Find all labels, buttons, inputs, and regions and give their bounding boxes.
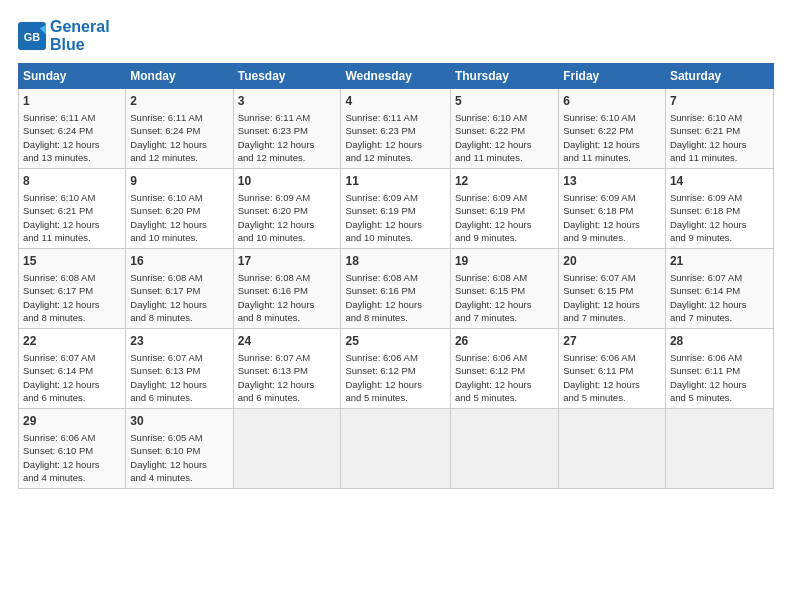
day-info: and 6 minutes. xyxy=(23,391,121,404)
day-info: and 5 minutes. xyxy=(455,391,554,404)
day-number: 29 xyxy=(23,413,121,430)
day-info: and 13 minutes. xyxy=(23,151,121,164)
calendar-cell: 2Sunrise: 6:11 AMSunset: 6:24 PMDaylight… xyxy=(126,89,233,169)
day-info: Sunrise: 6:07 AM xyxy=(130,351,228,364)
day-info: Sunset: 6:13 PM xyxy=(238,364,337,377)
day-info: Sunrise: 6:08 AM xyxy=(455,271,554,284)
day-info: Sunset: 6:16 PM xyxy=(345,284,445,297)
col-wednesday: Wednesday xyxy=(341,64,450,89)
calendar-cell: 23Sunrise: 6:07 AMSunset: 6:13 PMDayligh… xyxy=(126,329,233,409)
day-info: Daylight: 12 hours xyxy=(345,298,445,311)
day-info: and 12 minutes. xyxy=(130,151,228,164)
day-info: and 9 minutes. xyxy=(563,231,661,244)
table-row: 29Sunrise: 6:06 AMSunset: 6:10 PMDayligh… xyxy=(19,409,774,489)
day-number: 12 xyxy=(455,173,554,190)
day-info: and 10 minutes. xyxy=(238,231,337,244)
col-tuesday: Tuesday xyxy=(233,64,341,89)
day-number: 18 xyxy=(345,253,445,270)
calendar-cell: 25Sunrise: 6:06 AMSunset: 6:12 PMDayligh… xyxy=(341,329,450,409)
calendar-cell: 5Sunrise: 6:10 AMSunset: 6:22 PMDaylight… xyxy=(450,89,558,169)
day-info: Sunrise: 6:08 AM xyxy=(23,271,121,284)
day-number: 14 xyxy=(670,173,769,190)
day-info: Daylight: 12 hours xyxy=(130,218,228,231)
day-info: and 6 minutes. xyxy=(130,391,228,404)
calendar-cell: 11Sunrise: 6:09 AMSunset: 6:19 PMDayligh… xyxy=(341,169,450,249)
day-number: 30 xyxy=(130,413,228,430)
calendar-cell: 30Sunrise: 6:05 AMSunset: 6:10 PMDayligh… xyxy=(126,409,233,489)
day-info: Daylight: 12 hours xyxy=(670,218,769,231)
day-info: Daylight: 12 hours xyxy=(563,218,661,231)
day-info: Daylight: 12 hours xyxy=(345,218,445,231)
day-info: Sunrise: 6:08 AM xyxy=(130,271,228,284)
day-info: Daylight: 12 hours xyxy=(130,298,228,311)
calendar-cell: 15Sunrise: 6:08 AMSunset: 6:17 PMDayligh… xyxy=(19,249,126,329)
day-info: and 8 minutes. xyxy=(130,311,228,324)
day-info: Daylight: 12 hours xyxy=(455,218,554,231)
calendar-cell: 17Sunrise: 6:08 AMSunset: 6:16 PMDayligh… xyxy=(233,249,341,329)
table-row: 8Sunrise: 6:10 AMSunset: 6:21 PMDaylight… xyxy=(19,169,774,249)
day-number: 22 xyxy=(23,333,121,350)
day-info: Sunset: 6:20 PM xyxy=(238,204,337,217)
calendar-table: Sunday Monday Tuesday Wednesday Thursday… xyxy=(18,63,774,489)
day-number: 27 xyxy=(563,333,661,350)
calendar-cell: 13Sunrise: 6:09 AMSunset: 6:18 PMDayligh… xyxy=(559,169,666,249)
calendar-cell: 10Sunrise: 6:09 AMSunset: 6:20 PMDayligh… xyxy=(233,169,341,249)
day-info: and 11 minutes. xyxy=(670,151,769,164)
day-number: 15 xyxy=(23,253,121,270)
day-number: 6 xyxy=(563,93,661,110)
day-info: Sunrise: 6:05 AM xyxy=(130,431,228,444)
day-number: 19 xyxy=(455,253,554,270)
day-info: Daylight: 12 hours xyxy=(455,298,554,311)
day-info: Daylight: 12 hours xyxy=(238,138,337,151)
logo-text-blue: Blue xyxy=(50,36,110,54)
calendar-cell: 18Sunrise: 6:08 AMSunset: 6:16 PMDayligh… xyxy=(341,249,450,329)
calendar-cell: 26Sunrise: 6:06 AMSunset: 6:12 PMDayligh… xyxy=(450,329,558,409)
day-info: Daylight: 12 hours xyxy=(238,218,337,231)
day-number: 28 xyxy=(670,333,769,350)
day-info: and 7 minutes. xyxy=(670,311,769,324)
calendar-cell: 24Sunrise: 6:07 AMSunset: 6:13 PMDayligh… xyxy=(233,329,341,409)
day-info: Sunset: 6:23 PM xyxy=(345,124,445,137)
calendar-cell: 22Sunrise: 6:07 AMSunset: 6:14 PMDayligh… xyxy=(19,329,126,409)
day-info: and 7 minutes. xyxy=(455,311,554,324)
day-info: Daylight: 12 hours xyxy=(23,138,121,151)
day-info: and 11 minutes. xyxy=(563,151,661,164)
day-info: Sunrise: 6:10 AM xyxy=(670,111,769,124)
day-info: Sunset: 6:11 PM xyxy=(563,364,661,377)
logo-icon: GB xyxy=(18,22,46,50)
day-info: Sunrise: 6:11 AM xyxy=(130,111,228,124)
day-info: Daylight: 12 hours xyxy=(670,138,769,151)
day-info: Daylight: 12 hours xyxy=(345,138,445,151)
day-number: 2 xyxy=(130,93,228,110)
day-info: Sunrise: 6:07 AM xyxy=(238,351,337,364)
day-info: Sunrise: 6:06 AM xyxy=(23,431,121,444)
logo-text-general: General xyxy=(50,18,110,36)
col-sunday: Sunday xyxy=(19,64,126,89)
day-number: 8 xyxy=(23,173,121,190)
day-info: and 12 minutes. xyxy=(345,151,445,164)
day-info: and 12 minutes. xyxy=(238,151,337,164)
calendar-cell: 4Sunrise: 6:11 AMSunset: 6:23 PMDaylight… xyxy=(341,89,450,169)
calendar-cell: 21Sunrise: 6:07 AMSunset: 6:14 PMDayligh… xyxy=(665,249,773,329)
day-info: Sunrise: 6:08 AM xyxy=(238,271,337,284)
day-info: and 5 minutes. xyxy=(670,391,769,404)
day-info: Sunrise: 6:10 AM xyxy=(130,191,228,204)
day-info: Sunrise: 6:08 AM xyxy=(345,271,445,284)
day-info: Sunrise: 6:09 AM xyxy=(670,191,769,204)
day-info: Sunrise: 6:10 AM xyxy=(563,111,661,124)
day-number: 24 xyxy=(238,333,337,350)
day-number: 10 xyxy=(238,173,337,190)
day-number: 7 xyxy=(670,93,769,110)
day-info: and 8 minutes. xyxy=(238,311,337,324)
day-number: 20 xyxy=(563,253,661,270)
day-info: Sunrise: 6:09 AM xyxy=(238,191,337,204)
day-info: Sunrise: 6:09 AM xyxy=(455,191,554,204)
day-info: Sunrise: 6:11 AM xyxy=(238,111,337,124)
day-info: Sunset: 6:23 PM xyxy=(238,124,337,137)
col-friday: Friday xyxy=(559,64,666,89)
day-number: 11 xyxy=(345,173,445,190)
day-info: Sunrise: 6:07 AM xyxy=(563,271,661,284)
calendar-cell xyxy=(450,409,558,489)
day-number: 26 xyxy=(455,333,554,350)
day-info: Sunset: 6:14 PM xyxy=(670,284,769,297)
